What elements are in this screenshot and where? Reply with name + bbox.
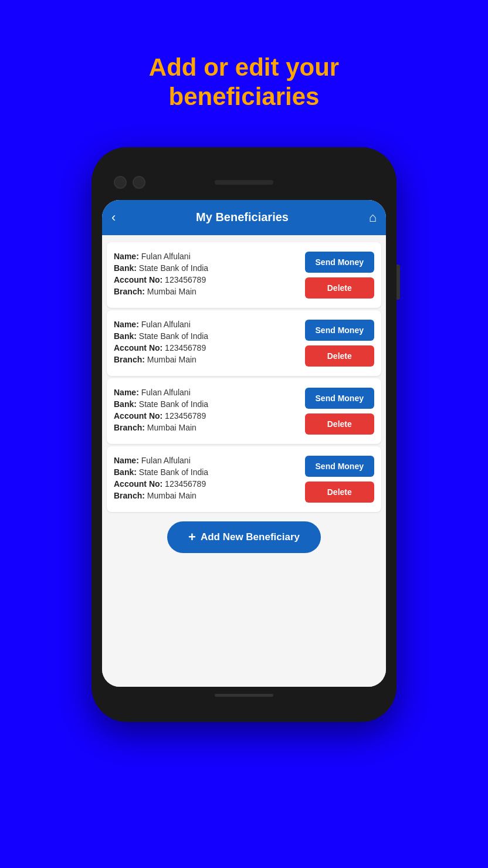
delete-button[interactable]: Delete <box>305 345 374 367</box>
camera-area <box>114 176 145 189</box>
account-label: Account No: <box>114 479 162 489</box>
plus-icon: + <box>188 530 196 545</box>
beneficiary-info: Name: Fulan Alfulani Bank: State Bank of… <box>114 456 298 503</box>
screen-title: My Beneficiaries <box>196 211 289 224</box>
branch-value: Mumbai Main <box>147 423 196 432</box>
name-row: Name: Fulan Alfulani <box>114 456 298 465</box>
name-label: Name: <box>114 456 139 465</box>
phone-mockup: ‹ My Beneficiaries ⌂ Name: Fulan Alfulan… <box>92 147 396 722</box>
bank-label: Bank: <box>114 467 137 477</box>
account-value: 123456789 <box>165 275 206 284</box>
name-value: Fulan Alfulani <box>141 252 191 261</box>
send-money-button[interactable]: Send Money <box>305 456 374 477</box>
branch-label: Branch: <box>114 423 145 432</box>
account-row: Account No: 123456789 <box>114 479 298 489</box>
back-button[interactable]: ‹ <box>111 210 116 225</box>
bank-value: State Bank of India <box>139 467 208 477</box>
beneficiary-card: Name: Fulan Alfulani Bank: State Bank of… <box>107 242 381 308</box>
side-button <box>396 265 400 300</box>
name-value: Fulan Alfulani <box>141 320 191 329</box>
delete-button[interactable]: Delete <box>305 482 374 503</box>
phone-top-bar <box>102 165 386 200</box>
bank-label: Bank: <box>114 399 137 409</box>
card-actions: Send Money Delete <box>305 456 374 503</box>
account-row: Account No: 123456789 <box>114 343 298 352</box>
bank-value: State Bank of India <box>139 331 208 341</box>
name-value: Fulan Alfulani <box>141 456 191 465</box>
branch-label: Branch: <box>114 491 145 500</box>
send-money-button[interactable]: Send Money <box>305 320 374 341</box>
branch-value: Mumbai Main <box>147 287 196 296</box>
phone-bottom-bar <box>102 687 386 704</box>
beneficiary-card: Name: Fulan Alfulani Bank: State Bank of… <box>107 446 381 512</box>
phone-screen: ‹ My Beneficiaries ⌂ Name: Fulan Alfulan… <box>102 200 386 687</box>
branch-label: Branch: <box>114 287 145 296</box>
page-title: Add or edit your beneficiaries <box>126 53 362 112</box>
bank-row: Bank: State Bank of India <box>114 399 298 409</box>
account-label: Account No: <box>114 275 162 284</box>
send-money-button[interactable]: Send Money <box>305 252 374 273</box>
account-value: 123456789 <box>165 479 206 489</box>
name-row: Name: Fulan Alfulani <box>114 252 298 261</box>
send-money-button[interactable]: Send Money <box>305 388 374 409</box>
branch-row: Branch: Mumbai Main <box>114 491 298 500</box>
branch-row: Branch: Mumbai Main <box>114 423 298 432</box>
bank-value: State Bank of India <box>139 399 208 409</box>
name-label: Name: <box>114 388 139 397</box>
account-row: Account No: 123456789 <box>114 411 298 421</box>
account-value: 123456789 <box>165 411 206 421</box>
branch-label: Branch: <box>114 355 145 364</box>
account-row: Account No: 123456789 <box>114 275 298 284</box>
card-actions: Send Money Delete <box>305 252 374 299</box>
camera-lens-1 <box>114 176 127 189</box>
beneficiary-info: Name: Fulan Alfulani Bank: State Bank of… <box>114 252 298 299</box>
bank-value: State Bank of India <box>139 263 208 273</box>
bottom-indicator <box>215 694 273 697</box>
name-label: Name: <box>114 252 139 261</box>
branch-value: Mumbai Main <box>147 355 196 364</box>
branch-row: Branch: Mumbai Main <box>114 287 298 296</box>
account-label: Account No: <box>114 343 162 352</box>
camera-lens-2 <box>133 176 145 189</box>
home-icon[interactable]: ⌂ <box>369 210 377 225</box>
beneficiary-info: Name: Fulan Alfulani Bank: State Bank of… <box>114 388 298 435</box>
name-label: Name: <box>114 320 139 329</box>
beneficiary-card: Name: Fulan Alfulani Bank: State Bank of… <box>107 378 381 444</box>
speaker-bar <box>215 180 273 185</box>
bank-row: Bank: State Bank of India <box>114 331 298 341</box>
bank-label: Bank: <box>114 263 137 273</box>
delete-button[interactable]: Delete <box>305 413 374 435</box>
add-beneficiary-section: + Add New Beneficiary <box>102 514 386 562</box>
bank-row: Bank: State Bank of India <box>114 263 298 273</box>
delete-button[interactable]: Delete <box>305 277 374 299</box>
card-actions: Send Money Delete <box>305 388 374 435</box>
beneficiary-list: Name: Fulan Alfulani Bank: State Bank of… <box>102 235 386 687</box>
account-value: 123456789 <box>165 343 206 352</box>
add-beneficiary-button[interactable]: + Add New Beneficiary <box>167 521 321 553</box>
beneficiary-info: Name: Fulan Alfulani Bank: State Bank of… <box>114 320 298 367</box>
beneficiary-card: Name: Fulan Alfulani Bank: State Bank of… <box>107 310 381 376</box>
card-actions: Send Money Delete <box>305 320 374 367</box>
name-value: Fulan Alfulani <box>141 388 191 397</box>
branch-value: Mumbai Main <box>147 491 196 500</box>
account-label: Account No: <box>114 411 162 421</box>
bank-label: Bank: <box>114 331 137 341</box>
bank-row: Bank: State Bank of India <box>114 467 298 477</box>
branch-row: Branch: Mumbai Main <box>114 355 298 364</box>
name-row: Name: Fulan Alfulani <box>114 320 298 329</box>
add-beneficiary-label: Add New Beneficiary <box>201 531 300 543</box>
phone-shell: ‹ My Beneficiaries ⌂ Name: Fulan Alfulan… <box>92 147 396 722</box>
name-row: Name: Fulan Alfulani <box>114 388 298 397</box>
app-header: ‹ My Beneficiaries ⌂ <box>102 200 386 235</box>
